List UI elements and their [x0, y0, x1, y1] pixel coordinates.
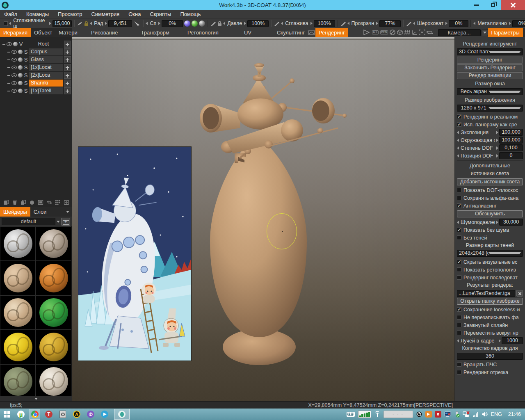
spin-right-icon[interactable] [445, 22, 447, 25]
chevron-down-icon[interactable] [57, 221, 60, 223]
dof-position-spinner[interactable]: Позиция DOF п0 [457, 152, 523, 160]
shader-swatch-olive[interactable] [0, 364, 36, 396]
menu-scripts[interactable]: Скрипты [150, 11, 171, 17]
spin-left-icon[interactable] [223, 22, 225, 25]
material-sphere-icon[interactable] [13, 42, 18, 46]
camera-tray-icon[interactable] [435, 411, 441, 418]
rays-per-frame-spinner[interactable]: Лучей в кадре1000 [457, 337, 523, 345]
add-button[interactable] [64, 87, 71, 94]
network-disconnected-icon[interactable] [463, 411, 470, 418]
pen-icon[interactable] [406, 21, 412, 26]
spin-left-icon[interactable] [473, 22, 475, 25]
language-indicator[interactable]: ENG [491, 411, 502, 417]
rotate-ccw-checkbox[interactable]: Вращать ПЧС [457, 361, 523, 368]
smoothing-checkbox[interactable] [4, 21, 8, 26]
cube-icon[interactable] [396, 29, 404, 36]
tree-row-locat[interactable]: S [1x]Locat [0, 64, 72, 71]
visibility-eye-icon[interactable] [11, 58, 17, 62]
tab-object[interactable]: Объект [31, 28, 55, 37]
usb-eject-icon[interactable] [454, 411, 460, 418]
move-around-checkbox[interactable]: Переместить вокруг яр [457, 329, 523, 337]
add-button[interactable] [64, 80, 71, 87]
pen-toggle[interactable]: PEN [380, 30, 388, 34]
spin-right-icon[interactable] [49, 22, 51, 25]
tab-paint[interactable]: Рисование [88, 28, 121, 37]
pen-icon[interactable] [340, 21, 346, 26]
smooth-value[interactable]: 100% [314, 20, 335, 27]
3d-viewport[interactable] [72, 37, 454, 401]
add-folder-button[interactable] [61, 218, 70, 226]
tree-item-label[interactable]: Sharirki [29, 80, 63, 87]
keyboard-icon[interactable] [346, 411, 355, 417]
visibility-eye-icon[interactable] [11, 81, 17, 85]
spin-left-icon[interactable] [281, 22, 283, 25]
spin-left-icon[interactable] [413, 22, 415, 25]
shader-swatch-clay[interactable] [0, 261, 36, 295]
tree-item-label[interactable]: [1x]Tarell [29, 87, 63, 94]
collapse-icon[interactable] [7, 52, 10, 52]
tree-row-corpus[interactable]: S Corpus [0, 48, 72, 56]
play-icon[interactable] [362, 29, 371, 36]
tree-row-tarell[interactable]: S [1x]Tarell [0, 87, 72, 95]
no-shadows-checkbox[interactable]: Без теней [457, 234, 523, 242]
sphere-layer-icon[interactable] [29, 200, 35, 205]
tab-uv[interactable]: UV [241, 28, 255, 37]
taskbar-amp[interactable] [57, 409, 68, 420]
reference-image[interactable] [78, 146, 192, 361]
collapse-icon[interactable] [7, 59, 10, 60]
material-sphere-icon[interactable] [18, 57, 23, 62]
export-image-icon[interactable] [38, 200, 43, 205]
radius-value[interactable]: 9,451 [108, 20, 132, 27]
import-icon[interactable] [64, 200, 69, 205]
spin-left-icon[interactable] [9, 22, 11, 25]
add-button[interactable] [64, 48, 71, 55]
taskbar-telegram[interactable] [99, 409, 110, 420]
menu-commands[interactable]: Команды [26, 11, 49, 17]
menu-symmetry[interactable]: Симметрия [91, 11, 119, 17]
tree-item-label[interactable]: Corpus [29, 48, 63, 55]
plane-flip-icon[interactable] [426, 29, 434, 36]
spin-right-icon[interactable] [158, 22, 160, 25]
shader-swatch-copper[interactable] [36, 261, 71, 295]
render-animation-button[interactable]: Рендер анимации [457, 72, 523, 79]
visibility-eye-icon[interactable] [11, 66, 17, 69]
spin-right-icon[interactable] [244, 22, 246, 25]
save-alpha-checkbox[interactable]: Сохранять альфа-кана [457, 194, 523, 202]
shader-swatch-darkgold[interactable] [36, 330, 71, 364]
power-plug-icon[interactable] [416, 411, 422, 418]
denoise-button[interactable]: Обезшумить [457, 210, 523, 217]
material-sphere-green-icon[interactable] [192, 21, 198, 27]
tab-transform[interactable]: Трансформ [137, 28, 172, 37]
player-tray-icon[interactable] [425, 411, 432, 418]
opacity-value[interactable]: 77% [379, 20, 401, 27]
specular-value[interactable]: 0% [162, 20, 183, 27]
visibility-eye-icon[interactable] [11, 50, 17, 54]
smoothing-value[interactable]: 15,000 [52, 20, 72, 27]
lock-icon[interactable] [84, 21, 89, 26]
visibility-eye-icon[interactable] [7, 42, 12, 46]
tab-render[interactable]: Рендеринг [315, 28, 348, 37]
expand-icon[interactable] [418, 29, 426, 36]
shader-swatch-beige[interactable] [0, 295, 36, 330]
pen-icon[interactable] [274, 21, 280, 26]
frames-count-field[interactable]: 360 [457, 353, 523, 360]
spin-left-icon[interactable] [90, 22, 92, 25]
material-sphere-icon[interactable] [18, 81, 23, 85]
shader-swatch-green[interactable] [36, 295, 71, 330]
antenna-icon[interactable] [374, 411, 381, 418]
duplicate-icon[interactable] [21, 200, 26, 205]
add-light-button[interactable]: Добавить источник света [457, 178, 523, 185]
tab-shaders[interactable]: Шейдеры [0, 207, 30, 217]
tab-layers[interactable]: Слои [30, 207, 50, 217]
falloff-icon[interactable] [133, 21, 141, 26]
swap-icon[interactable] [46, 200, 52, 205]
render-button[interactable]: Рендеринг [457, 57, 523, 64]
antialiasing-checkbox[interactable]: Антиалиасинг [457, 202, 523, 210]
finish-render-button[interactable]: Закончить Рендеринг [457, 64, 523, 71]
shader-swatch-silver[interactable] [0, 226, 36, 261]
taskbar-chrome[interactable] [30, 409, 40, 420]
pressure-value[interactable]: 100% [247, 20, 269, 27]
collapse-icon[interactable] [7, 91, 10, 91]
add-button[interactable] [64, 41, 71, 48]
menu-file[interactable]: Файл [4, 11, 17, 17]
